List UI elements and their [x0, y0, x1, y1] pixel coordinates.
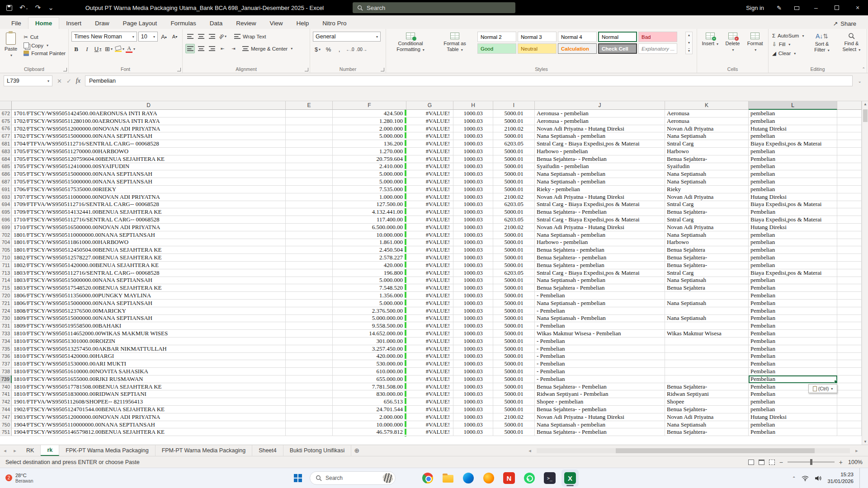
name-box[interactable]: L739▾: [4, 75, 52, 86]
cell-K747[interactable]: Novan Adi Priyatna: [665, 413, 749, 421]
cell-D714[interactable]: 1803/FTSCY/WS950515000000.00NANA SEPTIAN…: [12, 277, 286, 285]
cell-I730[interactable]: 5000.01: [493, 315, 535, 323]
cell-K695[interactable]: Benua Sejahtera-: [665, 208, 749, 216]
ribbon-tab-data[interactable]: Data: [203, 18, 230, 29]
cell-H747[interactable]: 1000.03: [453, 413, 493, 421]
cell-L687[interactable]: pembelian: [749, 178, 837, 186]
cell-D735[interactable]: 1810/FTSCY/WS950513257450.00AKBAR NIKMAT…: [12, 345, 286, 353]
find-select-button[interactable]: Find & Select ▾: [839, 32, 864, 66]
row-header-740[interactable]: 740: [0, 383, 12, 391]
cell-I694[interactable]: 6203.05: [493, 201, 535, 209]
cell-I684[interactable]: 5000.01: [493, 155, 535, 163]
page-break-view-icon[interactable]: [769, 460, 775, 465]
row-header-744[interactable]: 744: [0, 406, 12, 413]
cell-G710[interactable]: #VALUE!: [406, 254, 453, 262]
cell-L721[interactable]: Pembelian: [749, 300, 837, 307]
row-header-685[interactable]: 685: [0, 163, 12, 171]
cut-button[interactable]: ✂Cut: [23, 33, 66, 41]
cell-L720[interactable]: Pembelian: [749, 292, 837, 300]
cell-D721[interactable]: 1806/FTSCY/WS950515000000.00NANA SEPTIAN…: [12, 300, 286, 307]
style-gallery-scrollbar[interactable]: ▴ ▾ ▾: [685, 32, 693, 54]
cell-J713[interactable]: Sntral Carg - Biaya Expedisi,pos & Mater…: [535, 269, 665, 277]
cell-K741[interactable]: Ridwan Septiyani: [665, 390, 749, 398]
cell-F737[interactable]: 530.000.00: [333, 360, 406, 368]
cell-G711[interactable]: #VALUE!: [406, 262, 453, 269]
cell-D704[interactable]: 1801/FTSCY/WS950511861000.00HARBOWO: [12, 239, 286, 247]
column-header-g[interactable]: G: [406, 101, 453, 110]
cell-L713[interactable]: Biaya Expedisi,pos & Materai: [749, 269, 837, 277]
cell-L675[interactable]: pembelian: [749, 117, 837, 125]
cell-F733[interactable]: 14.652.000.00: [333, 330, 406, 338]
cell-F702[interactable]: 10.000.000: [333, 231, 406, 239]
row-header-741[interactable]: 741: [0, 390, 12, 398]
cell-G721[interactable]: #VALUE!: [406, 300, 453, 307]
cell-style-calculation[interactable]: Calculation: [558, 43, 597, 54]
cell-J695[interactable]: Benua Sejahtera- - Pembelian: [535, 208, 665, 216]
cell-J704[interactable]: Harbowo - pembelian: [535, 239, 665, 247]
cell-I693[interactable]: 2100.02: [493, 193, 535, 201]
cell-F735[interactable]: 3.257.450.00: [333, 345, 406, 353]
cell-F691[interactable]: 7.535.000: [333, 186, 406, 193]
cell-D685[interactable]: 1705/FTSCY/WS950512410000.00SYAIFUDIN: [12, 163, 286, 171]
borders-button[interactable]: ⊞▾: [104, 44, 113, 54]
cell-G730[interactable]: #VALUE!: [406, 315, 453, 323]
cell-L684[interactable]: Pembelian: [749, 155, 837, 163]
row-header-694[interactable]: 694: [0, 201, 12, 209]
cell-I739[interactable]: 5000.01: [493, 375, 535, 383]
cell-L676[interactable]: Hutang Direksi: [749, 125, 837, 133]
cell-D750[interactable]: 1904/FTSCY/WS9505110000000.00NANA SEPTIA…: [12, 421, 286, 429]
cell-filler[interactable]: [837, 231, 862, 239]
cell-H735[interactable]: 1000.03: [453, 345, 493, 353]
cell-G720[interactable]: #VALUE!: [406, 292, 453, 300]
cell-L702[interactable]: pembelian: [749, 231, 837, 239]
cell-D681[interactable]: 1704/FTFVA/WS9505112716/SENTRAL CARG-- 0…: [12, 140, 286, 148]
cell-K702[interactable]: Nana Septiansah: [665, 231, 749, 239]
cell-E705[interactable]: [286, 246, 333, 254]
formula-input[interactable]: Pembelian: [85, 75, 853, 86]
cell-F686[interactable]: 5.000.000: [333, 170, 406, 178]
cell-G672[interactable]: #VALUE!: [406, 110, 453, 117]
cell-H715[interactable]: 1000.03: [453, 284, 493, 292]
cell-J736[interactable]: - Pembelian: [535, 353, 665, 361]
taskbar-app-edge[interactable]: [460, 469, 477, 487]
sort-filter-button[interactable]: A↓⇅ Sort & Filter ▾: [809, 32, 834, 66]
cell-filler[interactable]: [837, 155, 862, 163]
cell-L699[interactable]: Hutang Direksi: [749, 224, 837, 231]
cell-style-normal-2[interactable]: Normal 2: [477, 32, 516, 42]
insert-cells-button[interactable]: + Insert ▾: [700, 32, 721, 66]
scroll-down-icon[interactable]: ▼: [862, 440, 868, 444]
cell-K738[interactable]: [665, 368, 749, 375]
row-header-672[interactable]: 672: [0, 110, 12, 117]
align-top-icon[interactable]: [185, 32, 195, 41]
decrease-font-icon[interactable]: A▾: [170, 32, 179, 42]
cell-I720[interactable]: 5000.01: [493, 292, 535, 300]
align-bottom-icon[interactable]: [207, 32, 217, 41]
cell-D676[interactable]: 1702/FTSCY/WS950512000000.00NOVAN ADI PR…: [12, 125, 286, 133]
cell-filler[interactable]: [837, 216, 862, 224]
cell-J705[interactable]: Benua Sejahtera - pembelian: [535, 246, 665, 254]
cell-J684[interactable]: Benua Sejahtera- - Pembelian: [535, 155, 665, 163]
cell-D713[interactable]: 1803/FTSCY/WS9505112716/SENTRAL CARG-- 0…: [12, 269, 286, 277]
volume-icon[interactable]: [815, 475, 821, 481]
cell-E691[interactable]: [286, 186, 333, 193]
cell-filler[interactable]: [837, 383, 862, 391]
gallery-down-icon[interactable]: ▾: [688, 41, 690, 45]
increase-decimal-icon[interactable]: ←.0: [345, 45, 355, 54]
wifi-icon[interactable]: [802, 475, 809, 481]
cell-K724[interactable]: [665, 307, 749, 315]
cell-H751[interactable]: 1000.03: [453, 428, 493, 436]
cell-D731[interactable]: 1809/FTSCY/WS950519558500.00BAHAKI: [12, 322, 286, 330]
cell-E721[interactable]: [286, 300, 333, 307]
sheet-tab-rk[interactable]: rk: [41, 445, 59, 456]
column-header-e[interactable]: E: [286, 101, 333, 110]
cell-K685[interactable]: Syaifudin: [665, 163, 749, 171]
cell-I713[interactable]: 6203.05: [493, 269, 535, 277]
cell-filler[interactable]: [837, 292, 862, 300]
cell-L710[interactable]: pembelian: [749, 254, 837, 262]
cell-E720[interactable]: [286, 292, 333, 300]
cell-I687[interactable]: 5000.01: [493, 178, 535, 186]
cell-G693[interactable]: #VALUE!: [406, 193, 453, 201]
insert-function-icon[interactable]: fx: [76, 77, 80, 84]
horizontal-scrollbar[interactable]: ◂ ▸: [525, 445, 862, 456]
cell-G684[interactable]: #VALUE!: [406, 155, 453, 163]
